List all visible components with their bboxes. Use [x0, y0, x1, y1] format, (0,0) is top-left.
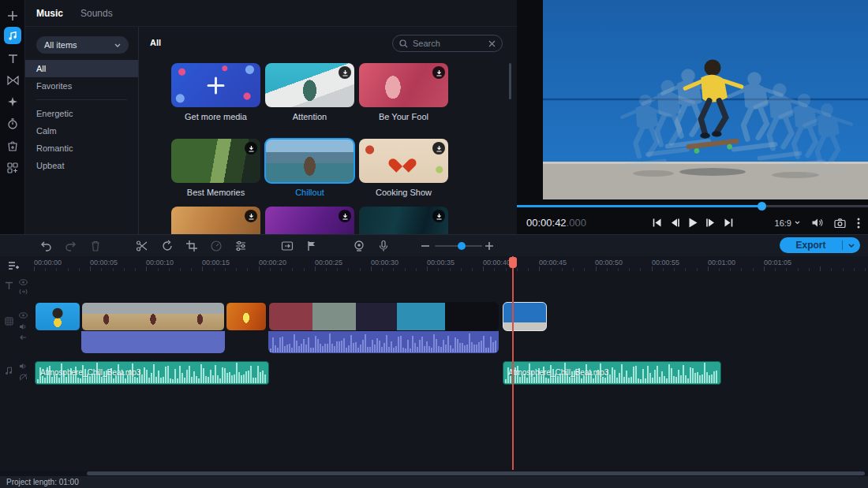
effects-icon[interactable] — [0, 92, 25, 111]
waveform — [270, 333, 497, 352]
video-clip-5[interactable] — [503, 302, 547, 331]
ruler-label: 00:00:30 — [371, 259, 398, 266]
video-clip-3[interactable] — [226, 302, 267, 331]
zoom-slider-handle[interactable] — [458, 242, 466, 250]
chevron-down-icon — [795, 221, 800, 225]
export-chevron-icon[interactable] — [843, 244, 860, 248]
linked-audio-2[interactable] — [268, 331, 499, 353]
store-icon[interactable] — [0, 136, 25, 155]
next-frame-icon[interactable] — [705, 218, 716, 228]
media-scrollbar[interactable] — [509, 63, 511, 99]
zoom-out-icon[interactable] — [419, 240, 432, 252]
grid-header: All — [150, 38, 161, 47]
playhead-line — [512, 256, 514, 470]
preview-timecode: 00:00:42.000 — [526, 217, 586, 229]
video-clip-1[interactable] — [35, 302, 80, 331]
webcam-icon[interactable] — [353, 240, 365, 252]
split-icon[interactable] — [136, 240, 148, 252]
preview-viewport — [543, 0, 868, 199]
transitions-icon[interactable] — [0, 71, 25, 90]
more-menu-icon[interactable] — [857, 218, 860, 229]
card-get-more-media[interactable]: Get more media — [171, 63, 260, 121]
card-be-your-fool[interactable]: Be Your Fool — [359, 63, 448, 121]
download-icon[interactable] — [432, 210, 445, 222]
timeline-ruler[interactable]: 00:00:00 00:00:05 00:00:10 00:00:15 00:0… — [0, 256, 868, 272]
download-icon[interactable] — [245, 210, 257, 222]
skip-start-icon[interactable] — [652, 218, 662, 228]
download-icon[interactable] — [339, 66, 351, 79]
playhead-handle[interactable] — [509, 257, 517, 268]
microphone-icon[interactable] — [377, 240, 390, 252]
ruler-label: 00:00:25 — [315, 259, 342, 266]
speaker-icon[interactable] — [811, 218, 823, 228]
search-box[interactable] — [392, 35, 503, 52]
timeline: Atmosphere_Chill_Beat.mp3 Atmosphere_Chi… — [0, 272, 868, 471]
category-all[interactable]: All — [25, 60, 138, 77]
card-partial-1[interactable] — [171, 207, 260, 234]
video-clip-2[interactable] — [81, 302, 225, 331]
video-clip-4[interactable] — [268, 302, 499, 331]
search-input[interactable] — [413, 39, 485, 48]
undo-icon[interactable] — [39, 240, 52, 252]
media-grid: All Get more media Attention — [140, 27, 517, 234]
music-icon[interactable] — [4, 27, 21, 44]
video-visibility-icon[interactable] — [17, 310, 28, 321]
more-tools-icon[interactable] — [0, 158, 25, 177]
download-icon[interactable] — [339, 210, 351, 222]
ruler-label: 00:01:00 — [708, 259, 735, 266]
category-favorites[interactable]: Favorites — [25, 77, 138, 95]
ruler-label: 00:01:05 — [764, 259, 791, 266]
card-partial-2[interactable] — [265, 207, 354, 234]
filter-dropdown[interactable]: All items — [36, 36, 129, 54]
video-track-icon — [3, 315, 14, 326]
titles-icon[interactable] — [0, 49, 25, 68]
title-sync-icon[interactable] — [17, 286, 28, 297]
snapshot-icon[interactable] — [834, 218, 846, 228]
category-calm[interactable]: Calm — [25, 122, 138, 140]
zoom-in-icon[interactable] — [483, 240, 496, 252]
card-best-memories[interactable]: Best Memories — [171, 139, 260, 197]
ruler-label: 00:00:20 — [259, 259, 286, 266]
category-romantic[interactable]: Romantic — [25, 140, 138, 157]
preview-progress-bar[interactable] — [517, 205, 868, 207]
video-link-back-icon[interactable] — [17, 332, 28, 343]
audio-clip-2[interactable]: Atmosphere_Chill_Beat.mp3 — [503, 361, 721, 385]
skip-end-icon[interactable] — [723, 218, 733, 228]
play-icon[interactable] — [687, 217, 698, 229]
marker-flag-icon[interactable] — [305, 240, 318, 252]
timeline-hscrollbar[interactable] — [0, 471, 868, 476]
download-icon[interactable] — [432, 66, 445, 79]
add-track-icon[interactable] — [8, 260, 19, 271]
video-mute-icon[interactable] — [17, 321, 28, 332]
audio-clip-1[interactable]: Atmosphere_Chill_Beat.mp3 — [35, 361, 269, 385]
tab-music[interactable]: Music — [36, 8, 63, 19]
linked-audio-1[interactable] — [81, 331, 225, 353]
export-button[interactable]: Export — [780, 237, 860, 253]
card-chillout[interactable]: Chillout — [265, 139, 354, 197]
card-attention[interactable]: Attention — [265, 63, 354, 121]
transition-icon[interactable] — [281, 240, 294, 252]
media-panel: Music Sounds All items All Favorites Ene… — [25, 0, 517, 234]
card-cooking-show[interactable]: Cooking Show — [359, 139, 448, 197]
redo-icon[interactable] — [65, 240, 77, 252]
import-plus-icon[interactable] — [0, 6, 25, 25]
audio-mute-icon[interactable] — [17, 360, 28, 371]
aspect-ratio-dropdown[interactable]: 16:9 — [775, 218, 800, 228]
crop-icon[interactable] — [185, 240, 198, 252]
prev-frame-icon[interactable] — [669, 218, 679, 228]
stopwatch-icon[interactable] — [0, 114, 25, 133]
speed-icon[interactable] — [210, 240, 223, 252]
adjust-icon[interactable] — [234, 240, 247, 252]
category-energetic[interactable]: Energetic — [25, 105, 138, 122]
download-icon[interactable] — [432, 142, 445, 155]
progress-knob[interactable] — [758, 202, 766, 210]
category-upbeat[interactable]: Upbeat — [25, 157, 138, 174]
hscroll-thumb[interactable] — [87, 471, 865, 475]
delete-icon[interactable] — [89, 240, 102, 252]
card-partial-3[interactable] — [359, 207, 448, 234]
clear-icon[interactable] — [488, 40, 496, 47]
audio-headphones-off-icon[interactable] — [17, 371, 28, 382]
rotate-icon[interactable] — [161, 240, 174, 252]
tab-sounds[interactable]: Sounds — [80, 8, 113, 19]
download-icon[interactable] — [245, 142, 257, 155]
